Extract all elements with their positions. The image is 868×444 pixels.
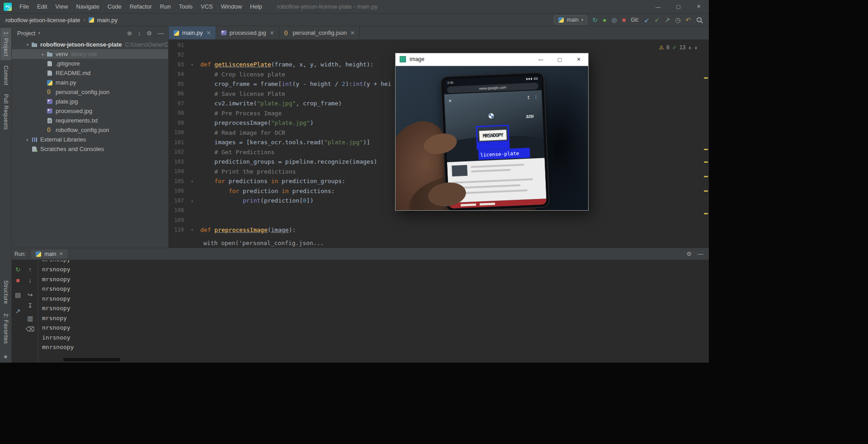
- code-text: def preprocessImage(image):: [200, 227, 296, 233]
- locate-file-icon[interactable]: ⊕: [127, 30, 132, 37]
- soft-wrap-icon[interactable]: ↪: [24, 289, 36, 300]
- warning-stripe-mark[interactable]: [704, 149, 708, 150]
- profile-icon[interactable]: ◎: [611, 17, 617, 23]
- error-stripe[interactable]: [703, 40, 709, 248]
- project-tree[interactable]: ▾roboflow-jetson-license-plateC:\Users\O…: [12, 40, 168, 154]
- history-icon[interactable]: ◷: [675, 17, 680, 23]
- close-tab-icon[interactable]: ✕: [270, 30, 274, 36]
- stop-icon[interactable]: ■: [12, 275, 24, 286]
- scroll-to-end-icon[interactable]: ↧: [24, 300, 36, 311]
- hide-panel-icon[interactable]: —: [158, 30, 164, 37]
- breadcrumb-item-roboflow-jetson-license-plate[interactable]: roboflow-jetson-license-plate: [5, 17, 80, 24]
- run-tab-main[interactable]: main ✕: [31, 250, 67, 259]
- warning-stripe-mark[interactable]: [704, 190, 708, 192]
- tree-expand-icon[interactable]: ▾: [24, 43, 31, 47]
- tree-item-label: roboflow_config.json: [56, 127, 109, 133]
- clear-console-icon[interactable]: ⌫: [24, 324, 36, 335]
- image-window-close-button[interactable]: ✕: [569, 53, 588, 65]
- hide-panel-icon[interactable]: —: [698, 250, 703, 257]
- fold-marker-icon[interactable]: ▾: [184, 62, 200, 67]
- image-window-title-bar[interactable]: image —▢✕: [396, 53, 588, 66]
- up-stack-trace-icon[interactable]: ↑: [24, 264, 36, 275]
- stop-icon[interactable]: ■: [622, 17, 626, 23]
- attach-icon[interactable]: ↗: [12, 306, 24, 316]
- favorites-star-icon[interactable]: ★: [3, 354, 8, 360]
- tree-item-plate-jpg[interactable]: plate.jpg: [12, 97, 168, 106]
- tool-tab-pull-requests[interactable]: Pull Requests: [0, 90, 11, 133]
- rerun-icon[interactable]: ↻: [592, 17, 598, 23]
- tree-item-external-libraries[interactable]: ▸External Libraries: [12, 135, 168, 144]
- tool-tab-structure[interactable]: Structure: [0, 277, 11, 307]
- print-icon[interactable]: ▥: [24, 313, 36, 324]
- code-text: # Print the predictions: [200, 168, 296, 175]
- editor-tab-personal-config-json[interactable]: personal_config.json✕: [279, 26, 360, 39]
- menu-file[interactable]: File: [15, 0, 33, 13]
- run-console[interactable]: mrsnoopynrsnoopymrsnoopynrsnoopynrsnoopy…: [38, 260, 709, 363]
- fold-marker-icon[interactable]: ▾: [184, 227, 200, 232]
- close-tab-icon[interactable]: ✕: [59, 251, 63, 257]
- down-stack-trace-icon[interactable]: ↓: [24, 275, 36, 286]
- close-tab-icon[interactable]: ✕: [207, 30, 211, 36]
- fold-marker-icon[interactable]: ▾: [184, 179, 200, 184]
- project-panel-title[interactable]: Project: [17, 30, 35, 37]
- tree-expand-icon[interactable]: ▸: [24, 137, 31, 142]
- update-project-icon[interactable]: ↙: [644, 17, 650, 23]
- maximize-button[interactable]: ▢: [668, 0, 689, 13]
- tree-item-label: Scratches and Consoles: [40, 146, 104, 152]
- breadcrumb-item-main-py[interactable]: main.py: [88, 17, 118, 24]
- image-window-maximize-button[interactable]: ▢: [550, 53, 569, 65]
- tree-expand-icon[interactable]: ▸: [40, 52, 46, 57]
- run-config-selector[interactable]: main ▾: [554, 15, 588, 24]
- rollback-icon[interactable]: ↶: [685, 17, 691, 23]
- tree-item-roboflow-jetson-license-plate[interactable]: ▾roboflow-jetson-license-plateC:\Users\O…: [12, 40, 168, 49]
- menu-window[interactable]: Window: [217, 0, 246, 13]
- json-icon: [284, 30, 290, 36]
- settings-gear-icon[interactable]: ⚙: [146, 30, 152, 37]
- prev-problem-icon[interactable]: ∧: [688, 45, 691, 50]
- warning-stripe-mark[interactable]: [704, 161, 708, 163]
- tree-item-gitignore[interactable]: .gitignore: [12, 59, 168, 68]
- tool-tab-1-project[interactable]: 1: Project: [0, 28, 11, 60]
- close-button[interactable]: ✕: [689, 0, 709, 13]
- warning-stripe-mark[interactable]: [704, 213, 708, 214]
- menu-help[interactable]: Help: [246, 0, 266, 13]
- minimize-button[interactable]: —: [648, 0, 668, 13]
- menu-navigate[interactable]: Navigate: [72, 0, 103, 13]
- next-problem-icon[interactable]: ∨: [694, 45, 698, 50]
- menu-edit[interactable]: Edit: [33, 0, 51, 13]
- push-icon[interactable]: ↗: [665, 17, 670, 23]
- tree-item-main-py[interactable]: main.py: [12, 78, 168, 87]
- tree-item-venv[interactable]: ▸venvlibrary root: [12, 49, 168, 59]
- tool-tab-2-favorites[interactable]: 2: Favorites: [0, 310, 11, 348]
- rerun-icon[interactable]: ↻: [12, 264, 24, 275]
- tree-item-requirements-txt[interactable]: requirements.txt: [12, 116, 168, 125]
- menu-refactor[interactable]: Refactor: [126, 0, 156, 13]
- console-horizontal-scrollbar[interactable]: [63, 358, 120, 361]
- menu-vcs[interactable]: VCS: [197, 0, 217, 13]
- close-tab-icon[interactable]: ✕: [350, 30, 355, 36]
- warning-stripe-mark[interactable]: [704, 77, 708, 79]
- settings-gear-icon[interactable]: ⚙: [686, 250, 692, 257]
- show-options-icon[interactable]: ▤: [12, 289, 24, 300]
- image-window-minimize-button[interactable]: —: [531, 53, 550, 65]
- menu-run[interactable]: Run: [156, 0, 175, 13]
- tree-item-readme-md[interactable]: README.md: [12, 68, 168, 78]
- commit-icon[interactable]: ✓: [655, 17, 660, 23]
- editor-tab-processed-jpg[interactable]: processed.jpg✕: [216, 26, 279, 39]
- search-everywhere-icon[interactable]: [697, 17, 702, 22]
- tree-item-personal-config-json[interactable]: personal_config.json: [12, 87, 168, 97]
- editor-tab-main-py[interactable]: main.py✕: [169, 26, 216, 39]
- warning-stripe-mark[interactable]: [704, 176, 708, 177]
- tree-item-scratches-and-consoles[interactable]: Scratches and Consoles: [12, 144, 168, 154]
- fold-marker-icon[interactable]: ▴: [184, 198, 200, 203]
- collapse-all-icon[interactable]: ↕: [138, 30, 141, 37]
- menu-code[interactable]: Code: [104, 0, 126, 13]
- tree-item-roboflow-config-json[interactable]: roboflow_config.json: [12, 125, 168, 135]
- inspections-widget[interactable]: ⚠ 6 ✓ 13 ∧ ∨: [656, 43, 701, 52]
- menu-view[interactable]: View: [51, 0, 72, 13]
- tool-tab-commit[interactable]: Commit: [0, 62, 11, 89]
- debug-icon[interactable]: ●: [603, 17, 606, 23]
- python-icon: [46, 79, 53, 86]
- menu-tools[interactable]: Tools: [175, 0, 197, 13]
- tree-item-processed-jpg[interactable]: processed.jpg: [12, 106, 168, 116]
